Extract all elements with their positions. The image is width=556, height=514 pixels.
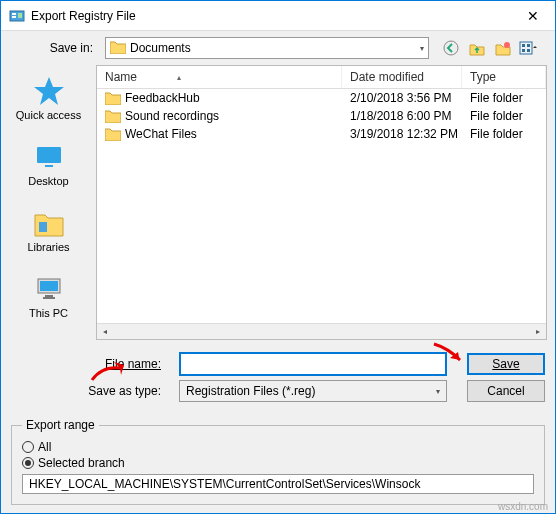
- column-type[interactable]: Type: [462, 66, 546, 88]
- save-in-row: Save in: Documents ▾: [1, 31, 555, 65]
- column-name[interactable]: Name▴: [97, 66, 342, 88]
- toolbar-icons: [435, 38, 545, 58]
- cancel-button[interactable]: Cancel: [467, 380, 545, 402]
- radio-selected-branch[interactable]: Selected branch: [22, 456, 534, 470]
- folder-icon: [105, 109, 121, 123]
- place-libraries[interactable]: Libraries: [1, 203, 96, 257]
- svg-point-5: [504, 42, 510, 48]
- file-list[interactable]: FeedbackHub 2/10/2018 3:56 PM File folde…: [97, 89, 546, 323]
- places-bar: Quick access Desktop Libraries This PC N…: [1, 65, 96, 344]
- column-headers[interactable]: Name▴ Date modified Type: [97, 66, 546, 89]
- place-this-pc[interactable]: This PC: [1, 269, 96, 323]
- svg-rect-12: [37, 147, 61, 163]
- documents-folder-icon: [110, 40, 126, 57]
- horizontal-scrollbar[interactable]: ◂ ▸: [97, 323, 546, 339]
- savetype-combo[interactable]: Registration Files (*.reg) ▾: [179, 380, 447, 402]
- chevron-down-icon: ▾: [420, 44, 424, 53]
- form-area: File name: Save Save as type: Registrati…: [1, 344, 555, 416]
- place-quick-access[interactable]: Quick access: [1, 71, 96, 125]
- save-in-label: Save in:: [1, 41, 99, 55]
- filename-input[interactable]: [179, 352, 447, 376]
- svg-rect-10: [527, 49, 530, 52]
- list-item[interactable]: Sound recordings 1/18/2018 6:00 PM File …: [97, 107, 546, 125]
- svg-rect-6: [520, 42, 532, 54]
- radio-checked-icon: [22, 457, 34, 469]
- svg-rect-1: [12, 13, 16, 15]
- list-item[interactable]: WeChat Files 3/19/2018 12:32 PM File fol…: [97, 125, 546, 143]
- svg-marker-11: [34, 77, 64, 105]
- place-desktop[interactable]: Desktop: [1, 137, 96, 191]
- new-folder-icon[interactable]: [493, 38, 513, 58]
- folder-icon: [105, 91, 121, 105]
- scroll-right-icon[interactable]: ▸: [530, 324, 546, 340]
- watermark: wsxdn.com: [498, 501, 548, 512]
- regedit-icon: [9, 8, 25, 24]
- save-in-value: Documents: [130, 41, 191, 55]
- export-range-group: Export range All Selected branch HKEY_LO…: [11, 418, 545, 505]
- chevron-down-icon: ▾: [436, 387, 440, 396]
- up-one-level-icon[interactable]: [467, 38, 487, 58]
- titlebar: Export Registry File ✕: [1, 1, 555, 31]
- svg-rect-14: [39, 222, 47, 232]
- branch-path-input[interactable]: HKEY_LOCAL_MACHINE\SYSTEM\CurrentControl…: [22, 474, 534, 494]
- svg-rect-2: [12, 16, 16, 18]
- place-network[interactable]: Network: [1, 335, 96, 344]
- radio-all[interactable]: All: [22, 440, 534, 454]
- svg-point-4: [444, 41, 458, 55]
- svg-rect-18: [43, 297, 55, 299]
- window-title: Export Registry File: [31, 9, 510, 23]
- scroll-left-icon[interactable]: ◂: [97, 324, 113, 340]
- scroll-track[interactable]: [113, 325, 530, 339]
- close-button[interactable]: ✕: [510, 1, 555, 31]
- export-range-legend: Export range: [22, 418, 99, 432]
- svg-rect-9: [522, 49, 525, 52]
- back-icon[interactable]: [441, 38, 461, 58]
- export-registry-dialog: Export Registry File ✕ Save in: Document…: [0, 0, 556, 514]
- sort-ascending-icon: ▴: [177, 73, 181, 82]
- save-in-combo[interactable]: Documents ▾: [105, 37, 429, 59]
- svg-rect-13: [45, 165, 53, 167]
- file-list-pane: Name▴ Date modified Type FeedbackHub 2/1…: [96, 65, 547, 340]
- radio-icon: [22, 441, 34, 453]
- svg-rect-3: [18, 13, 22, 18]
- view-menu-icon[interactable]: [519, 38, 539, 58]
- list-item[interactable]: FeedbackHub 2/10/2018 3:56 PM File folde…: [97, 89, 546, 107]
- folder-icon: [105, 127, 121, 141]
- column-date[interactable]: Date modified: [342, 66, 462, 88]
- filename-label: File name:: [1, 357, 171, 371]
- savetype-label: Save as type:: [1, 384, 171, 398]
- svg-rect-17: [45, 295, 53, 297]
- svg-rect-8: [527, 44, 530, 47]
- svg-rect-7: [522, 44, 525, 47]
- svg-rect-16: [40, 281, 58, 291]
- save-button[interactable]: Save: [467, 353, 545, 375]
